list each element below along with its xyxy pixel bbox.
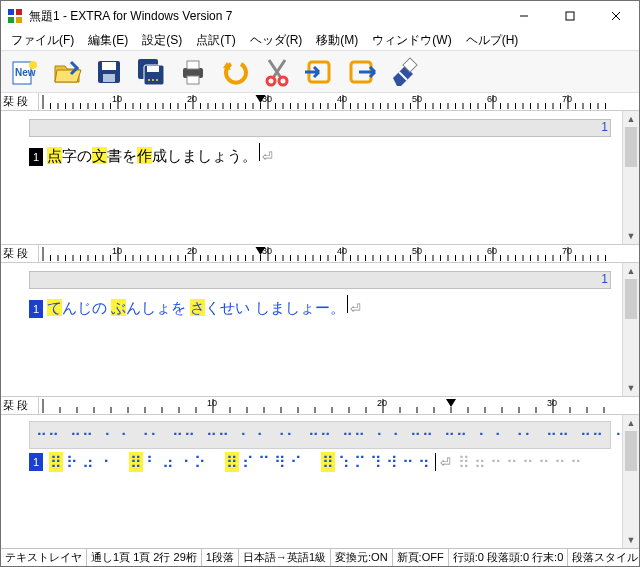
ruler-label: 栞 段 <box>1 397 39 414</box>
text-caret <box>347 295 348 313</box>
ruler-label: 栞 段 <box>1 245 39 262</box>
status-layer[interactable]: テキストレイヤ <box>1 549 87 566</box>
text-caret <box>259 143 260 161</box>
status-margins[interactable]: 行頭:0 段落頭:0 行末:0 <box>449 549 569 566</box>
menu-window[interactable]: ウィンドウ(W) <box>366 31 457 50</box>
braille-content[interactable]: ⠿⠗⠴⠐ ⠿⠃⠴⠐⠕ ⠿⠎⠉⠻⠊ ⠿⠱⠍⠹⠺⠒⠲ <box>49 452 431 472</box>
svg-text:20: 20 <box>187 94 197 104</box>
ruler-1[interactable]: 10203040506070 <box>39 93 639 110</box>
text-pane-body[interactable]: 1 1 点字の文書を作成しましょう。 ⏎ ▲▼ <box>1 111 639 244</box>
maximize-button[interactable] <box>547 1 593 31</box>
svg-rect-16 <box>147 66 159 72</box>
kana-content[interactable]: てんじの ぶんしょを さくせい しましょー。 <box>47 299 345 318</box>
kana-pane: 栞 段 10203040506070 1 1 てんじの ぶんしょを さくせい し… <box>1 244 639 396</box>
open-button[interactable] <box>47 54 87 90</box>
menubar: ファイル(F) 編集(E) 設定(S) 点訳(T) ヘッダ(R) 移動(M) ウ… <box>1 31 639 51</box>
page-header-bar: 1 <box>29 119 611 137</box>
svg-point-10 <box>29 61 37 69</box>
titlebar: 無題1 - EXTRA for Windows Version 7 <box>1 1 639 31</box>
status-conversion[interactable]: 変換元:ON <box>331 549 393 566</box>
page-header-num: 1 <box>601 120 608 134</box>
menu-edit[interactable]: 編集(E) <box>82 31 134 50</box>
svg-rect-13 <box>103 74 115 82</box>
text-caret <box>435 453 436 471</box>
text-line[interactable]: 1 点字の文書を作成しましょう。 ⏎ <box>29 141 611 168</box>
undo-button[interactable] <box>215 54 255 90</box>
svg-text:70: 70 <box>562 94 572 104</box>
svg-text:10: 10 <box>112 246 122 256</box>
kana-pane-body[interactable]: 1 1 てんじの ぶんしょを さくせい しましょー。 ⏎ ▲▼ <box>1 263 639 396</box>
svg-rect-3 <box>16 17 22 23</box>
line-number: 1 <box>29 300 43 318</box>
svg-text:20: 20 <box>187 246 197 256</box>
paragraph-mark-icon: ⏎ <box>350 301 361 316</box>
status-parastyle[interactable]: 段落スタイル <box>568 549 639 566</box>
line-number: 1 <box>29 148 43 166</box>
svg-point-18 <box>152 79 154 81</box>
svg-text:50: 50 <box>412 94 422 104</box>
ruler-3[interactable]: 102030 <box>39 397 639 414</box>
svg-rect-12 <box>102 62 116 70</box>
ruler-2[interactable]: 10203040506070 <box>39 245 639 262</box>
svg-text:10: 10 <box>207 398 217 408</box>
page-header-bar: 1 <box>29 271 611 289</box>
svg-rect-22 <box>187 76 199 84</box>
save-all-button[interactable] <box>131 54 171 90</box>
export-button[interactable] <box>341 54 381 90</box>
braille-tail: ⠿⠶⠒⠒⠒⠒⠒⠒ <box>457 452 583 472</box>
text-pane: 栞 段 10203040506070 1 1 点字の文書を作成しましょう。 ⏎ <box>1 93 639 244</box>
svg-rect-5 <box>566 12 574 20</box>
svg-point-26 <box>279 77 287 85</box>
status-newpage[interactable]: 新頁:OFF <box>393 549 449 566</box>
svg-point-17 <box>148 79 150 81</box>
svg-text:30: 30 <box>547 398 557 408</box>
paragraph-mark-icon: ⏎ <box>262 149 273 164</box>
line-number: 1 <box>29 453 43 471</box>
print-button[interactable] <box>173 54 213 90</box>
svg-rect-21 <box>187 61 199 69</box>
menu-help[interactable]: ヘルプ(H) <box>460 31 525 50</box>
vertical-scrollbar[interactable]: ▲▼ <box>622 263 639 396</box>
svg-rect-1 <box>16 9 22 15</box>
svg-text:10: 10 <box>112 94 122 104</box>
kana-line[interactable]: 1 てんじの ぶんしょを さくせい しましょー。 ⏎ <box>29 293 611 320</box>
cut-button[interactable] <box>257 54 297 90</box>
svg-rect-2 <box>8 17 14 23</box>
vertical-scrollbar[interactable]: ▲▼ <box>622 111 639 244</box>
editor-panes: 栞 段 10203040506070 1 1 点字の文書を作成しましょう。 ⏎ <box>1 93 639 548</box>
menu-braille[interactable]: 点訳(T) <box>190 31 241 50</box>
svg-rect-0 <box>8 9 14 15</box>
app-icon <box>7 8 23 24</box>
braille-line[interactable]: 1 ⠿⠗⠴⠐ ⠿⠃⠴⠐⠕ ⠿⠎⠉⠻⠊ ⠿⠱⠍⠹⠺⠒⠲ ⏎ ⠿⠶⠒⠒⠒⠒⠒⠒ <box>29 452 611 472</box>
status-paragraph[interactable]: 1段落 <box>202 549 239 566</box>
braille-pane-body[interactable]: ⠒⠒ ⠒⠒ ⠂⠐ ⠐⠂ ⠒⠒ ⠒⠒ ⠂⠐ ⠐⠂ ⠒⠒ ⠒⠒ ⠂⠐ ⠒⠒ ⠒⠒ ⠂… <box>1 415 639 548</box>
svg-text:60: 60 <box>487 246 497 256</box>
svg-text:20: 20 <box>377 398 387 408</box>
page-header-num: 1 <box>601 272 608 286</box>
new-button[interactable]: New <box>5 54 45 90</box>
minimize-button[interactable] <box>501 1 547 31</box>
menu-move[interactable]: 移動(M) <box>310 31 364 50</box>
import-button[interactable] <box>299 54 339 90</box>
svg-point-25 <box>267 77 275 85</box>
eraser-button[interactable] <box>383 54 423 90</box>
toolbar: New <box>1 51 639 93</box>
status-language[interactable]: 日本語→英語1級 <box>239 549 331 566</box>
menu-settings[interactable]: 設定(S) <box>136 31 188 50</box>
close-button[interactable] <box>593 1 639 31</box>
ruler-label: 栞 段 <box>1 93 39 110</box>
braille-pane: 栞 段 102030 ⠒⠒ ⠒⠒ ⠂⠐ ⠐⠂ ⠒⠒ ⠒⠒ ⠂⠐ ⠐⠂ ⠒⠒ ⠒⠒… <box>1 396 639 548</box>
status-position[interactable]: 通し1頁 1頁 2行 29桁 <box>87 549 202 566</box>
text-content[interactable]: 点字の文書を作成しましょう。 <box>47 147 257 166</box>
menu-header[interactable]: ヘッダ(R) <box>244 31 309 50</box>
svg-text:40: 40 <box>337 246 347 256</box>
braille-header-row: ⠒⠒ ⠒⠒ ⠂⠐ ⠐⠂ ⠒⠒ ⠒⠒ ⠂⠐ ⠐⠂ ⠒⠒ ⠒⠒ ⠂⠐ ⠒⠒ ⠒⠒ ⠂… <box>29 421 611 449</box>
paragraph-mark-icon: ⏎ <box>440 455 451 470</box>
svg-text:40: 40 <box>337 94 347 104</box>
window-title: 無題1 - EXTRA for Windows Version 7 <box>29 8 232 25</box>
menu-file[interactable]: ファイル(F) <box>5 31 80 50</box>
svg-text:70: 70 <box>562 246 572 256</box>
svg-text:60: 60 <box>487 94 497 104</box>
vertical-scrollbar[interactable]: ▲▼ <box>622 415 639 548</box>
save-button[interactable] <box>89 54 129 90</box>
